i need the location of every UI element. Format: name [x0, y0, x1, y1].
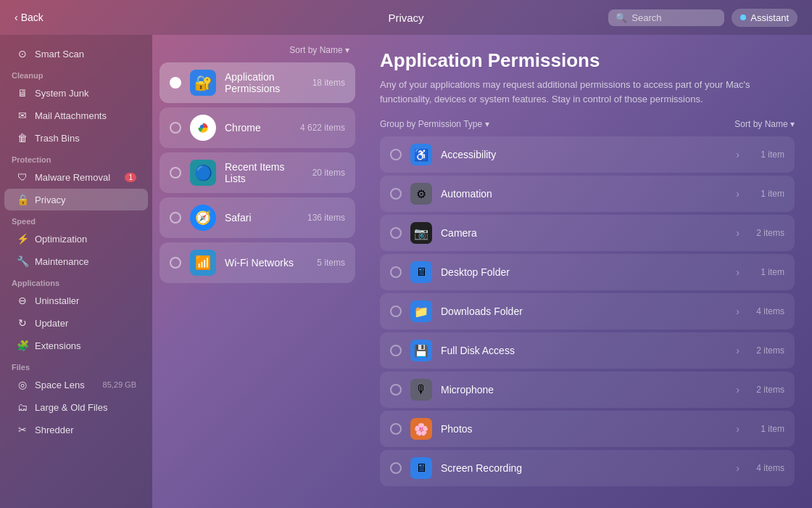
perm-name: Photos: [441, 423, 727, 435]
sidebar-item-label: Uninstaller: [35, 295, 79, 306]
permission-row-accessibility[interactable]: ♿ Accessibility › 1 item: [380, 136, 795, 173]
sidebar: ⊙ Smart Scan Cleanup 🖥 System Junk ✉ Mai…: [0, 35, 152, 508]
sidebar-item-label: Space Lens: [35, 380, 85, 390]
accessibility-icon: ♿: [410, 144, 432, 165]
perm-count: 4 items: [748, 463, 784, 473]
list-sort-bar: Sort by Name ▾: [160, 42, 355, 58]
sidebar-item-space-lens[interactable]: ◎ Space Lens 85,29 GB: [4, 374, 148, 396]
chevron-right-icon: ›: [736, 227, 740, 239]
list-radio-wifi: [170, 257, 181, 269]
sidebar-item-system-junk[interactable]: 🖥 System Junk: [4, 82, 148, 104]
list-sort-button[interactable]: Sort by Name ▾: [289, 45, 349, 55]
sidebar-item-privacy[interactable]: 🔒 Privacy: [4, 189, 148, 210]
sidebar-item-extensions[interactable]: 🧩 Extensions: [4, 335, 148, 356]
assistant-dot-icon: [740, 15, 746, 20]
back-chevron-icon: ‹: [14, 12, 18, 23]
search-bar[interactable]: 🔍: [608, 9, 724, 26]
privacy-icon: 🔒: [16, 193, 29, 206]
sidebar-item-mail-attachments[interactable]: ✉ Mail Attachments: [4, 105, 148, 126]
back-button[interactable]: ‹ Back: [14, 12, 44, 23]
perm-name: Full Disk Access: [441, 345, 727, 356]
sidebar-item-smart-scan[interactable]: ⊙ Smart Scan: [4, 43, 148, 65]
chevron-right-icon: ›: [736, 423, 740, 435]
perm-radio-accessibility: [390, 149, 402, 160]
perm-name: Camera: [441, 227, 727, 239]
list-item-chrome[interactable]: Chrome 4 622 items: [160, 107, 355, 148]
perm-radio-automation: [390, 188, 402, 200]
page-subtitle: Any of your applications may request add…: [380, 78, 795, 106]
recent-items-icon: 🔵: [190, 160, 216, 186]
permission-row-downloads-folder[interactable]: 📁 Downloads Folder › 4 items: [380, 293, 795, 329]
sidebar-item-label: Updater: [35, 318, 68, 329]
sidebar-item-uninstaller[interactable]: ⊖ Uninstaller: [4, 290, 148, 311]
perm-radio-full-disk: [390, 345, 402, 356]
sidebar-item-malware-removal[interactable]: 🛡 Malware Removal 1: [4, 166, 148, 188]
list-item-count: 4 622 items: [300, 123, 345, 133]
sidebar-item-label: Optimization: [35, 234, 87, 245]
list-item-count: 136 items: [307, 213, 345, 223]
sidebar-item-label: Extensions: [35, 340, 81, 351]
list-item-name: Application Permissions: [225, 71, 304, 94]
perm-name: Microphone: [441, 384, 727, 396]
perm-count: 1 item: [748, 149, 784, 160]
sidebar-item-large-old-files[interactable]: 🗂 Large & Old Files: [4, 396, 148, 418]
perm-count: 1 item: [748, 189, 784, 199]
perm-count: 1 item: [748, 424, 784, 434]
permission-row-automation[interactable]: ⚙ Automation › 1 item: [380, 176, 795, 212]
sidebar-item-shredder[interactable]: ✂ Shredder: [4, 419, 148, 441]
list-item-name: Recent Items Lists: [225, 161, 304, 184]
list-panel: Sort by Name ▾ 🔐 Application Permissions…: [152, 35, 362, 508]
perm-radio-photos: [390, 423, 402, 435]
space-lens-size: 85,29 GB: [103, 380, 136, 389]
list-item-count: 5 items: [317, 258, 345, 268]
updater-icon: ↻: [16, 316, 29, 329]
sidebar-section-speed: Speed: [0, 211, 152, 227]
list-item-recent-items[interactable]: 🔵 Recent Items Lists 20 items: [160, 152, 355, 193]
perm-name: Accessibility: [441, 149, 727, 160]
main-layout: ⊙ Smart Scan Cleanup 🖥 System Junk ✉ Mai…: [0, 35, 812, 508]
permission-row-camera[interactable]: 📷 Camera › 2 items: [380, 215, 795, 251]
sidebar-section-applications: Applications: [0, 273, 152, 289]
sidebar-section-protection: Protection: [0, 149, 152, 165]
sidebar-item-label: Maintenance: [35, 256, 88, 267]
permission-row-microphone[interactable]: 🎙 Microphone › 2 items: [380, 372, 795, 408]
list-item-name: Wi-Fi Networks: [225, 257, 308, 269]
perm-name: Screen Recording: [441, 462, 727, 474]
right-panel: Application Permissions Any of your appl…: [362, 35, 812, 508]
extensions-icon: 🧩: [16, 339, 29, 352]
assistant-button[interactable]: Assistant: [732, 9, 798, 27]
system-junk-icon: 🖥: [16, 86, 29, 99]
sidebar-item-updater[interactable]: ↻ Updater: [4, 312, 148, 334]
group-by-button[interactable]: Group by Permission Type ▾: [380, 119, 489, 129]
chevron-right-icon: ›: [736, 462, 740, 474]
list-item-app-permissions[interactable]: 🔐 Application Permissions 18 items: [160, 62, 355, 103]
back-label: Back: [21, 12, 44, 23]
permission-row-screen-recording[interactable]: 🖥 Screen Recording › 4 items: [380, 450, 795, 486]
list-radio-recent-items: [170, 167, 181, 179]
sidebar-item-maintenance[interactable]: 🔧 Maintenance: [4, 250, 148, 272]
desktop-folder-icon: 🖥: [410, 261, 432, 283]
sidebar-section-cleanup: Cleanup: [0, 65, 152, 81]
permission-row-desktop-folder[interactable]: 🖥 Desktop Folder › 1 item: [380, 254, 795, 290]
perm-radio-microphone: [390, 384, 402, 396]
chevron-right-icon: ›: [736, 384, 740, 396]
sidebar-item-trash-bins[interactable]: 🗑 Trash Bins: [4, 127, 148, 149]
sidebar-item-optimization[interactable]: ⚡ Optimization: [4, 228, 148, 250]
filter-bar: Group by Permission Type ▾ Sort by Name …: [380, 119, 795, 129]
topbar-title: Privacy: [388, 12, 423, 24]
sidebar-item-label: Malware Removal: [35, 172, 110, 183]
sidebar-item-label: System Junk: [35, 88, 88, 99]
chrome-icon: [190, 115, 216, 141]
list-item-safari[interactable]: 🧭 Safari 136 items: [160, 197, 355, 238]
permission-row-full-disk[interactable]: 💾 Full Disk Access › 2 items: [380, 332, 795, 369]
safari-icon: 🧭: [190, 205, 216, 231]
sort-by-button[interactable]: Sort by Name ▾: [734, 119, 795, 129]
list-item-wifi[interactable]: 📶 Wi-Fi Networks 5 items: [160, 242, 355, 283]
perm-name: Desktop Folder: [441, 266, 727, 278]
search-input[interactable]: [631, 12, 717, 23]
wifi-icon: 📶: [190, 250, 216, 276]
perm-count: 1 item: [748, 267, 784, 277]
permission-row-photos[interactable]: 🌸 Photos › 1 item: [380, 411, 795, 447]
content-area: Sort by Name ▾ 🔐 Application Permissions…: [152, 35, 812, 508]
perm-radio-desktop-folder: [390, 266, 402, 278]
